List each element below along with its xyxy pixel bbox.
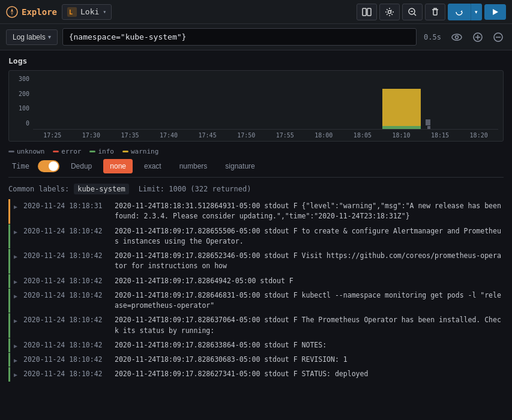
log-labels-chevron: ▾ — [48, 34, 51, 40]
svg-marker-2 — [11, 12, 13, 16]
datasource-chevron: ▾ — [103, 8, 106, 15]
row-expand-icon[interactable]: ▶ — [14, 292, 20, 301]
topbar: Explore L Loki ▾ — [0, 0, 512, 24]
log-row-time: 2020-11-24 18:18:31 — [23, 201, 107, 211]
row-expand-icon[interactable]: ▶ — [14, 370, 20, 379]
log-row[interactable]: ▶ 2020-11-24 18:10:42 2020-11-24T18:09:1… — [8, 367, 504, 381]
eye-button[interactable] — [448, 30, 465, 44]
log-row[interactable]: ▶ 2020-11-24 18:10:42 2020-11-24T18:09:1… — [8, 338, 504, 352]
log-row-time: 2020-11-24 18:10:42 — [23, 251, 107, 261]
topbar-actions: ▾ — [357, 4, 506, 20]
log-row-time: 2020-11-24 18:10:42 — [23, 355, 107, 365]
log-row[interactable]: ▶ 2020-11-24 18:10:42 2020-11-24T18:09:1… — [8, 249, 504, 274]
log-row[interactable]: ▶ 2020-11-24 18:18:31 2020-11-24T18:18:3… — [8, 199, 504, 224]
bar-col-8 — [343, 76, 382, 129]
common-labels-val: kube-system — [74, 184, 128, 194]
log-labels-button[interactable]: Log labels ▾ — [6, 29, 58, 45]
legend-warning: warning — [122, 148, 158, 155]
row-expand-icon[interactable]: ▶ — [14, 202, 20, 211]
log-labels-label: Log labels — [13, 33, 46, 41]
log-row-time: 2020-11-24 18:10:42 — [23, 315, 107, 325]
y-label-300: 300 — [19, 76, 29, 82]
bar-col-6 — [266, 76, 304, 129]
bar-info-9 — [382, 126, 421, 129]
log-row-time: 2020-11-24 18:10:42 — [23, 276, 107, 286]
trash-icon — [430, 7, 440, 17]
app-title: Explore — [22, 7, 57, 17]
row-expand-icon[interactable]: ▶ — [14, 252, 20, 261]
refresh-icon — [454, 7, 464, 17]
datasource-name: Loki — [80, 7, 99, 16]
log-row[interactable]: ▶ 2020-11-24 18:10:42 2020-11-24T18:09:1… — [8, 224, 504, 249]
none-button[interactable]: none — [103, 159, 133, 173]
refresh-group: ▾ — [448, 4, 482, 20]
x-label-1800: 18:00 — [304, 132, 343, 139]
dedup-button[interactable]: Dedup — [64, 159, 98, 173]
x-label-1755: 17:55 — [265, 132, 304, 139]
run-button[interactable] — [484, 4, 506, 20]
log-row-time: 2020-11-24 18:10:42 — [23, 369, 107, 379]
log-row[interactable]: ▶ 2020-11-24 18:10:42 2020-11-24T18:09:1… — [8, 274, 504, 288]
bar-col-2 — [110, 76, 149, 129]
log-row-msg: 2020-11-24T18:09:17.828652346-05:00 stdo… — [115, 251, 504, 272]
svg-point-13 — [452, 34, 462, 40]
legend-unknown-label: unknown — [17, 148, 44, 155]
numbers-button[interactable]: numbers — [173, 159, 214, 173]
legend-warning-label: warning — [131, 148, 158, 155]
signature-button[interactable]: signature — [218, 159, 261, 173]
log-row-msg: 2020-11-24T18:09:17.828646831-05:00 stdo… — [115, 290, 504, 311]
remove-query-button[interactable] — [490, 29, 506, 45]
minus-icon — [493, 32, 503, 42]
svg-marker-12 — [493, 9, 498, 15]
log-row-msg: 2020-11-24T18:09:17.82864942-05:00 stdou… — [115, 276, 504, 286]
zoom-out-icon — [408, 7, 417, 17]
log-row[interactable]: ▶ 2020-11-24 18:10:42 2020-11-24T18:09:1… — [8, 313, 504, 338]
chart-legend: unknown error info warning — [8, 148, 504, 155]
bar-col-7 — [305, 76, 343, 129]
delete-button[interactable] — [425, 4, 445, 20]
compass-icon — [6, 6, 18, 18]
row-expand-icon[interactable]: ▶ — [14, 356, 20, 365]
row-expand-icon[interactable]: ▶ — [14, 227, 20, 236]
log-rows: ▶ 2020-11-24 18:18:31 2020-11-24T18:18:3… — [8, 199, 504, 382]
y-label-0: 0 — [26, 120, 29, 127]
refresh-dropdown-button[interactable]: ▾ — [471, 4, 482, 20]
log-row-msg: 2020-11-24T18:09:17.828637064-05:00 stdo… — [115, 315, 504, 336]
exact-button[interactable]: exact — [137, 159, 168, 173]
svg-line-10 — [414, 14, 416, 16]
y-label-200: 200 — [19, 91, 29, 97]
log-row-msg: 2020-11-24T18:09:17.828655506-05:00 stdo… — [115, 226, 504, 247]
svg-rect-5 — [363, 8, 366, 16]
log-row-msg: 2020-11-24T18:09:17.828630683-05:00 stdo… — [115, 355, 504, 365]
bar-col-5 — [227, 76, 265, 129]
legend-info-dot — [89, 151, 95, 152]
log-row-msg: 2020-11-24T18:18:31.512864931-05:00 stdo… — [115, 201, 504, 222]
svg-point-0 — [7, 7, 17, 17]
query-input[interactable] — [62, 28, 417, 46]
add-query-button[interactable] — [470, 29, 486, 45]
row-expand-icon[interactable]: ▶ — [14, 316, 20, 325]
main-content: Logs 300 200 100 0 — [0, 50, 512, 420]
refresh-dropdown-icon: ▾ — [475, 9, 478, 15]
time-toggle[interactable] — [38, 160, 59, 172]
toggle-track — [38, 160, 59, 172]
x-label-1735: 17:35 — [110, 132, 149, 139]
limit-text: Limit: 1000 (322 returned) — [139, 185, 251, 193]
log-row[interactable]: ▶ 2020-11-24 18:10:42 2020-11-24T18:09:1… — [8, 353, 504, 367]
row-expand-icon[interactable]: ▶ — [14, 277, 20, 286]
bar-col-11 — [460, 76, 498, 129]
bar-gray-9 — [426, 119, 430, 125]
datasource-selector[interactable]: L Loki ▾ — [62, 4, 112, 20]
bar-col-4 — [188, 76, 227, 129]
settings-button[interactable] — [379, 4, 400, 20]
split-button[interactable] — [357, 4, 377, 20]
chart-y-labels: 300 200 100 0 — [9, 76, 32, 127]
log-row[interactable]: ▶ 2020-11-24 18:10:42 2020-11-24T18:09:1… — [8, 289, 504, 313]
refresh-button[interactable] — [448, 4, 471, 20]
legend-error-dot — [53, 151, 59, 152]
log-row-time: 2020-11-24 18:10:42 — [23, 290, 107, 301]
svg-text:L: L — [69, 9, 73, 16]
zoom-out-button[interactable] — [402, 4, 423, 20]
row-expand-icon[interactable]: ▶ — [14, 341, 20, 350]
chart-x-labels: 17:25 17:30 17:35 17:40 17:45 17:50 17:5… — [33, 130, 498, 139]
